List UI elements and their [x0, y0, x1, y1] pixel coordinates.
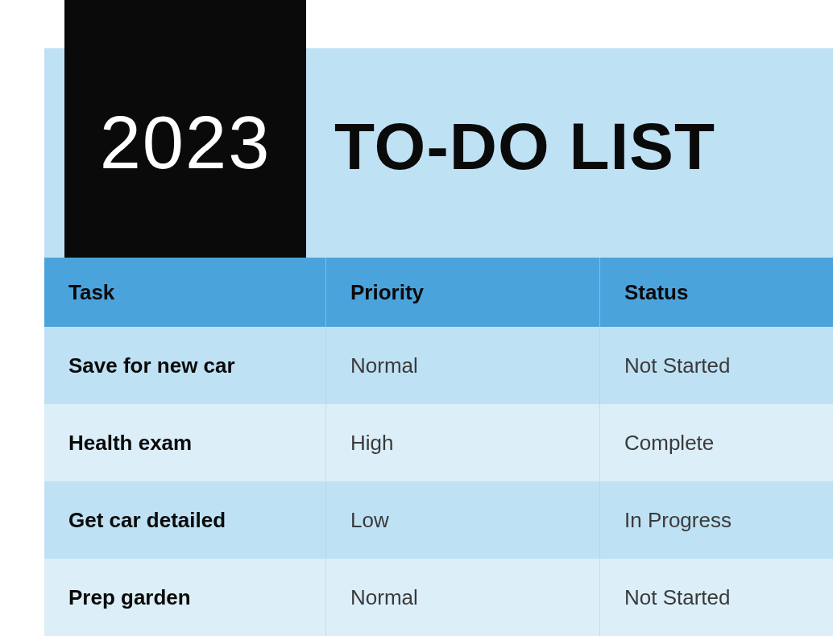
table-row: Health exam High Complete	[44, 404, 833, 481]
task-status: Not Started	[624, 353, 731, 378]
task-priority: Normal	[350, 585, 418, 610]
table-header-row: Task Priority Status	[44, 258, 833, 327]
task-status: In Progress	[624, 508, 731, 533]
col-header-task: Task	[68, 280, 114, 305]
table-row: Prep garden Normal Not Started	[44, 559, 833, 636]
year-box: 2023	[64, 0, 306, 258]
page-title: TO-DO LIST	[334, 109, 715, 184]
task-name: Prep garden	[68, 585, 191, 610]
task-name: Get car detailed	[68, 508, 226, 533]
task-priority: High	[350, 431, 393, 456]
col-header-status: Status	[624, 280, 688, 305]
table-row: Get car detailed Low In Progress	[44, 481, 833, 559]
task-priority: Low	[350, 508, 389, 533]
todo-table: Task Priority Status Save for new car No…	[44, 258, 833, 636]
task-priority: Normal	[350, 353, 418, 378]
task-name: Health exam	[68, 431, 192, 456]
task-name: Save for new car	[68, 353, 235, 378]
table-row: Save for new car Normal Not Started	[44, 327, 833, 404]
col-header-priority: Priority	[350, 280, 424, 305]
year-label: 2023	[100, 101, 271, 185]
task-status: Not Started	[624, 585, 731, 610]
task-status: Complete	[624, 431, 714, 456]
